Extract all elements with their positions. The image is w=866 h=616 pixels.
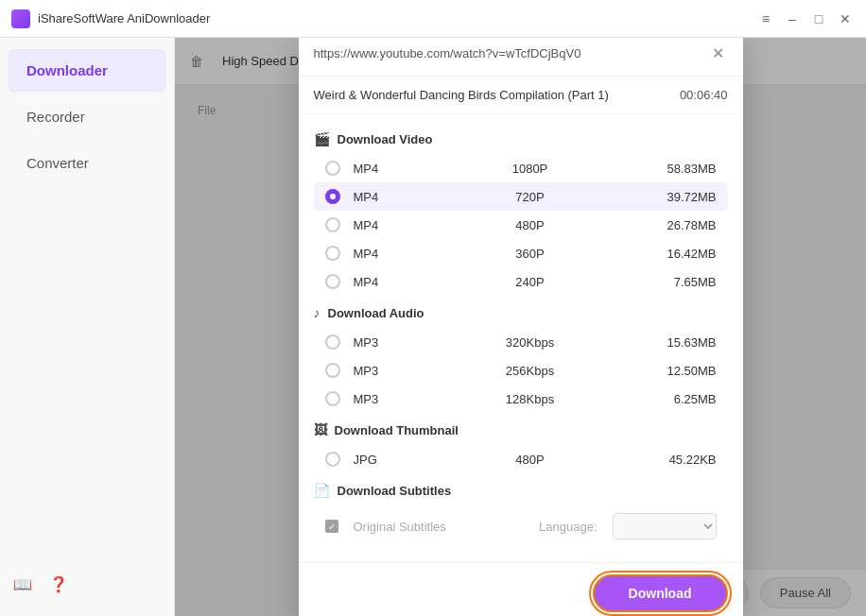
video-icon: 🎬 <box>314 131 330 146</box>
quality-mp3-256: 256Kbps <box>410 364 650 378</box>
format-240p: MP4 <box>354 275 410 289</box>
size-240p: 7.65MB <box>650 275 717 289</box>
title-bar: iShareSoftWare AniDownloader ≡ – □ ✕ <box>0 0 866 38</box>
sidebar-item-downloader[interactable]: Downloader <box>8 49 166 92</box>
radio-mp3-256[interactable] <box>325 363 340 378</box>
thumbnail-section-label: Download Thumbnail <box>335 423 459 437</box>
download-button[interactable]: Download <box>593 574 728 612</box>
size-480p: 26.78MB <box>650 218 717 232</box>
format-jpg: JPG <box>354 453 410 467</box>
size-mp3-128: 6.25MB <box>650 392 717 406</box>
video-option-360p[interactable]: MP4 360P 16.42MB <box>314 239 728 267</box>
quality-720p: 720P <box>410 190 650 204</box>
video-option-1080p[interactable]: MP4 1080P 58.83MB <box>314 154 728 182</box>
radio-240p[interactable] <box>325 274 340 289</box>
modal-url: https://www.youtube.com/watch?v=wTcfDCjB… <box>314 46 581 60</box>
title-bar-left: iShareSoftWare AniDownloader <box>11 9 210 28</box>
subtitles-section-header: 📄 Download Subtitles <box>314 473 728 505</box>
modal-close-button[interactable]: ✕ <box>709 43 728 62</box>
modal-footer: Download <box>299 562 743 616</box>
modal-duration: 00:06:40 <box>680 88 728 102</box>
app-title: iShareSoftWare AniDownloader <box>38 11 210 26</box>
video-option-720p[interactable]: MP4 720P 39.72MB <box>314 182 728 211</box>
radio-360p[interactable] <box>325 246 340 261</box>
download-modal: https://www.youtube.com/watch?v=wTcfDCjB… <box>299 38 743 616</box>
thumbnail-option-jpg[interactable]: JPG 480P 45.22KB <box>314 445 728 473</box>
maximize-button[interactable]: □ <box>809 9 828 28</box>
main-area: 🗑 High Speed Download File Resume All Pa… <box>175 38 866 616</box>
quality-1080p: 1080P <box>410 162 650 176</box>
app-logo <box>11 9 30 28</box>
quality-360p: 360P <box>410 247 650 261</box>
original-subtitles-checkbox[interactable] <box>325 520 338 533</box>
thumbnail-section-header: 🖼 Download Thumbnail <box>314 413 728 445</box>
app-content: Downloader Recorder Converter 📖 ❓ 🗑 High… <box>0 38 866 616</box>
video-section-header: 🎬 Download Video <box>314 122 728 154</box>
close-button[interactable]: ✕ <box>836 9 855 28</box>
size-mp3-320: 15.63MB <box>650 335 717 350</box>
format-360p: MP4 <box>354 247 410 261</box>
audio-option-320[interactable]: MP3 320Kbps 15.63MB <box>314 328 728 356</box>
audio-option-256[interactable]: MP3 256Kbps 12.50MB <box>314 356 728 385</box>
modal-video-title: Weird & Wonderful Dancing Birds Compilat… <box>314 88 609 102</box>
video-section-label: Download Video <box>338 132 433 146</box>
modal-overlay: https://www.youtube.com/watch?v=wTcfDCjB… <box>175 38 866 616</box>
format-480p: MP4 <box>354 218 410 232</box>
radio-720p[interactable] <box>325 189 340 204</box>
subtitles-section-label: Download Subtitles <box>338 484 452 498</box>
radio-mp3-128[interactable] <box>325 391 340 406</box>
format-mp3-128: MP3 <box>354 392 410 406</box>
language-label: Language: <box>539 520 597 534</box>
minimize-button[interactable]: – <box>783 9 802 28</box>
window-menu-button[interactable]: ≡ <box>756 9 775 28</box>
format-720p: MP4 <box>354 190 410 204</box>
video-option-240p[interactable]: MP4 240P 7.65MB <box>314 267 728 296</box>
quality-480p: 480P <box>410 218 650 232</box>
size-jpg: 45.22KB <box>650 453 717 467</box>
audio-icon: ♪ <box>314 305 320 320</box>
original-subtitles-label: Original Subtitles <box>354 520 446 534</box>
radio-1080p[interactable] <box>325 161 340 176</box>
sidebar-item-converter[interactable]: Converter <box>8 142 166 184</box>
size-mp3-256: 12.50MB <box>650 364 717 378</box>
size-360p: 16.42MB <box>650 247 717 261</box>
subtitles-icon: 📄 <box>314 483 330 498</box>
quality-240p: 240P <box>410 275 650 289</box>
subtitles-row: Original Subtitles Language: <box>314 505 728 547</box>
video-option-480p[interactable]: MP4 480P 26.78MB <box>314 211 728 239</box>
title-bar-controls: ≡ – □ ✕ <box>756 9 855 28</box>
audio-option-128[interactable]: MP3 128Kbps 6.25MB <box>314 385 728 413</box>
format-mp3-320: MP3 <box>354 335 410 350</box>
radio-jpg[interactable] <box>325 452 340 467</box>
quality-jpg: 480P <box>410 453 650 467</box>
audio-section-header: ♪ Download Audio <box>314 296 728 328</box>
audio-section-label: Download Audio <box>328 306 424 320</box>
modal-title-row: Weird & Wonderful Dancing Birds Compilat… <box>299 77 743 114</box>
radio-mp3-320[interactable] <box>325 334 340 350</box>
modal-header: https://www.youtube.com/watch?v=wTcfDCjB… <box>299 38 743 77</box>
sidebar: Downloader Recorder Converter 📖 ❓ <box>0 38 175 616</box>
format-mp3-256: MP3 <box>354 364 410 378</box>
thumbnail-icon: 🖼 <box>314 422 327 437</box>
book-icon[interactable]: 📖 <box>9 571 36 597</box>
quality-mp3-320: 320Kbps <box>410 335 650 350</box>
modal-body: 🎬 Download Video MP4 1080P 58.83MB <box>299 114 743 562</box>
sidebar-item-recorder[interactable]: Recorder <box>8 95 166 138</box>
language-select[interactable] <box>613 513 717 539</box>
radio-480p[interactable] <box>325 217 340 232</box>
size-1080p: 58.83MB <box>650 162 717 176</box>
size-720p: 39.72MB <box>650 190 717 204</box>
quality-mp3-128: 128Kbps <box>410 392 650 406</box>
help-icon[interactable]: ❓ <box>45 571 72 597</box>
app-window: iShareSoftWare AniDownloader ≡ – □ ✕ Dow… <box>0 0 866 616</box>
format-1080p: MP4 <box>354 162 410 176</box>
sidebar-bottom: 📖 ❓ <box>0 561 174 607</box>
